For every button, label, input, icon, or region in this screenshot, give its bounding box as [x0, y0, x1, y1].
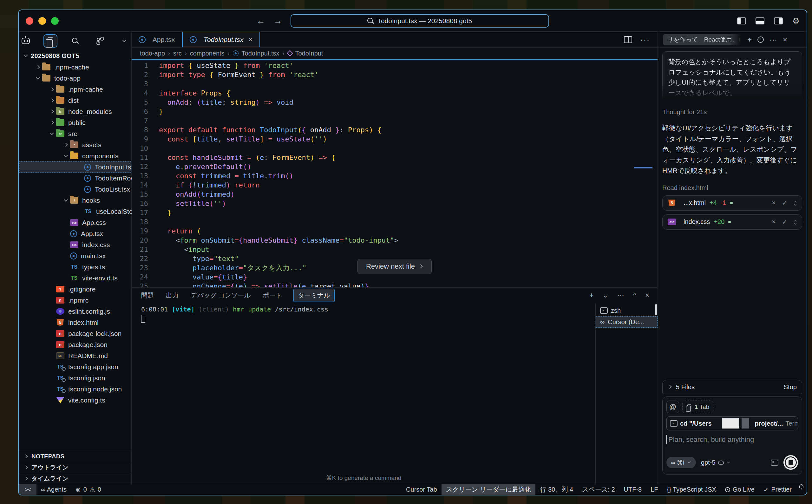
agent-mode-pill[interactable]: ∞ ⌘I — [666, 457, 696, 468]
editor-tab-todoinput.tsx[interactable]: TodoInput.tsx× — [182, 32, 260, 47]
tree-item-assets[interactable]: *assets — [19, 139, 131, 150]
status-item[interactable]: 行 30、列 4 — [535, 484, 577, 495]
tree-item-todoinput.tsx[interactable]: TodoInput.tsx — [19, 161, 131, 173]
tree-item-tsconfig.app.json[interactable]: TStsconfig.app.json — [19, 361, 131, 372]
stop-generation-button[interactable] — [783, 455, 798, 470]
changed-file-chip[interactable]: cssindex.css+20×✓ — [662, 214, 802, 230]
tree-item-.npm-cache[interactable]: .npm-cache — [19, 62, 131, 73]
mention-button[interactable]: @ — [666, 401, 679, 413]
panel-action-icon-1[interactable]: ⌄ — [602, 291, 608, 299]
tree-item-.npm-cache[interactable]: .npm-cache — [19, 84, 131, 95]
sidebar-section-NOTEPADS[interactable]: NOTEPADS — [19, 451, 131, 462]
notifications-bell-icon[interactable] — [799, 484, 803, 488]
read-file-label[interactable]: Read index.html — [662, 184, 802, 192]
panel-tab-デバッグ コンソール[interactable]: デバッグ コンソール — [191, 291, 251, 300]
settings-gear-icon[interactable]: ⚙ — [792, 17, 800, 25]
toggle-secondary-sidebar-icon[interactable] — [774, 17, 783, 24]
history-icon[interactable] — [757, 36, 764, 43]
tree-item-main.tsx[interactable]: main.tsx — [19, 250, 131, 261]
tree-item-app.tsx[interactable]: App.tsx — [19, 228, 131, 239]
tree-item-.npmrc[interactable]: n.npmrc — [19, 295, 131, 306]
status-item[interactable]: ✓Prettier — [759, 484, 796, 495]
status-item[interactable]: Go Live — [721, 484, 759, 495]
breadcrumb-item[interactable]: TodoInput — [295, 50, 323, 57]
terminal-output[interactable]: 6:08:01 [vite] (client) hmr update /src/… — [132, 303, 596, 484]
zoom-window-button[interactable] — [51, 17, 59, 25]
new-chat-icon[interactable]: + — [747, 35, 752, 44]
split-editor-icon[interactable] — [624, 36, 632, 43]
tree-item-eslint.config.js[interactable]: eslint.config.js — [19, 306, 131, 317]
expand-icons[interactable] — [794, 200, 797, 206]
panel-action-icon-3[interactable]: ^ — [633, 291, 636, 299]
stop-button[interactable]: Stop — [784, 383, 797, 391]
problems-status[interactable]: ⊗0 ⚠0 — [71, 484, 106, 495]
tree-item-tsconfig.node.json[interactable]: TStsconfig.node.json — [19, 383, 131, 395]
agents-status[interactable]: ∞ Agents — [36, 484, 71, 495]
sidebar-section-アウトライン[interactable]: アウトライン — [19, 462, 131, 473]
chevron-down-button[interactable] — [117, 34, 131, 48]
forward-icon[interactable]: → — [273, 16, 282, 26]
tree-item-tsconfig.json[interactable]: TStsconfig.json — [19, 372, 131, 383]
tree-item-.gitignore[interactable]: Y.gitignore — [19, 284, 131, 295]
sidebar-section-タイムライン[interactable]: タイムライン — [19, 473, 131, 484]
panel-action-icon-4[interactable]: × — [645, 291, 649, 299]
toggle-panel-icon[interactable] — [756, 17, 764, 24]
expand-icons[interactable] — [794, 219, 797, 225]
tree-item-package.json[interactable]: npackage.json — [19, 339, 131, 350]
reject-icon[interactable]: × — [772, 199, 776, 206]
changed-files-bar[interactable]: 5 Files Stop — [662, 380, 802, 394]
breadcrumb-item[interactable]: src — [173, 50, 182, 57]
status-item[interactable]: スクリーン リーダーに最適化 — [442, 484, 536, 495]
back-icon[interactable]: ← — [256, 16, 265, 26]
changed-file-chip[interactable]: 5...x.html+4-1×✓ — [662, 195, 802, 211]
editor-tab-app.tsx[interactable]: App.tsx — [132, 32, 182, 47]
tree-item-types.ts[interactable]: TStypes.ts — [19, 261, 131, 272]
agent-button[interactable] — [19, 34, 33, 48]
breadcrumb-item[interactable]: todo-app — [140, 50, 165, 57]
status-item[interactable]: スペース: 2 — [578, 484, 619, 495]
tree-item-components[interactable]: components — [19, 150, 131, 161]
close-icon[interactable]: × — [783, 35, 787, 44]
chat-input[interactable]: Plan, search, build anything — [666, 435, 798, 444]
tree-item-public[interactable]: public — [19, 117, 131, 128]
panel-tab-ポート[interactable]: ポート — [263, 291, 282, 300]
model-selector[interactable]: gpt-5 — [701, 459, 731, 466]
tree-item-hooks[interactable]: Jhooks — [19, 195, 131, 206]
tree-item-index.html[interactable]: 5index.html — [19, 317, 131, 328]
tree-item-dist[interactable]: dist — [19, 95, 131, 106]
close-window-button[interactable] — [26, 17, 33, 25]
toggle-primary-sidebar-icon[interactable] — [737, 17, 746, 24]
status-item[interactable]: LF — [646, 484, 662, 495]
remote-indicator[interactable]: >< — [19, 484, 36, 495]
chat-tab[interactable]: リを作って。React使用、ロー — [663, 34, 742, 45]
panel-tab-ターミナル[interactable]: ターミナル — [294, 289, 334, 302]
tree-item-todo-app[interactable]: todo-app — [19, 73, 131, 84]
explorer-root-header[interactable]: 20250808 GOT5 — [19, 50, 131, 62]
breadcrumb-item[interactable]: components — [190, 50, 225, 57]
tree-item-app.css[interactable]: cssApp.css — [19, 217, 131, 228]
thought-duration[interactable]: Thought for 21s — [662, 108, 802, 116]
tree-item-todolist.tsx[interactable]: TodoList.tsx — [19, 184, 131, 195]
explorer-files-button[interactable] — [43, 34, 57, 48]
more-actions-icon[interactable]: ··· — [640, 35, 650, 44]
command-center-search[interactable]: TodoInput.tsx — 20250808 got5 — [291, 14, 549, 28]
code-editor[interactable]: Review next file 1import { useState } fr… — [132, 59, 658, 287]
close-tab-icon[interactable]: × — [248, 36, 252, 44]
status-item[interactable]: {} TypeScript JSX — [663, 484, 721, 495]
review-next-file-button[interactable]: Review next file — [357, 259, 432, 274]
source-control-button[interactable] — [93, 34, 107, 48]
attach-image-icon[interactable] — [771, 460, 778, 466]
scrollbar-thumb[interactable] — [655, 304, 657, 315]
tree-item-readme.md[interactable]: M↓README.md — [19, 350, 131, 361]
tab-context-chip[interactable]: 1 Tab — [682, 401, 713, 413]
status-item[interactable]: UTF-8 — [619, 484, 646, 495]
tree-item-src[interactable]: <>src — [19, 128, 131, 139]
panel-action-icon-2[interactable]: ··· — [617, 291, 624, 299]
tree-item-node_modules[interactable]: jsnode_modules — [19, 106, 131, 117]
status-item[interactable]: Cursor Tab — [402, 484, 441, 495]
accept-icon[interactable]: ✓ — [782, 199, 787, 207]
tree-item-vite.config.ts[interactable]: vite.config.ts — [19, 395, 131, 406]
minimize-window-button[interactable] — [38, 17, 46, 25]
panel-tab-出力[interactable]: 出力 — [166, 291, 179, 300]
reject-icon[interactable]: × — [772, 218, 776, 226]
